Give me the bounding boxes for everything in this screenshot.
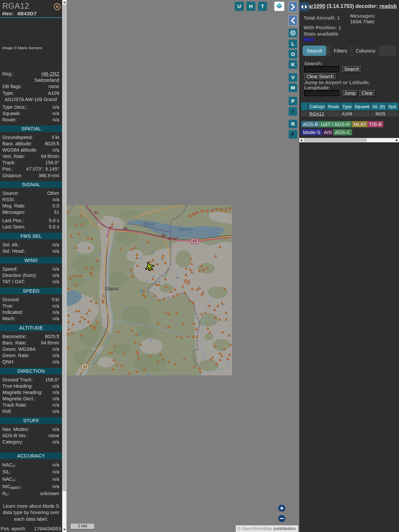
svg-text:17: 17 xyxy=(83,365,87,369)
svg-text:Glarus: Glarus xyxy=(105,286,118,291)
svg-text:Walensee: Walensee xyxy=(178,227,194,231)
svg-text:46: 46 xyxy=(161,233,166,237)
svg-text:43: 43 xyxy=(94,210,98,214)
svg-text:A3: A3 xyxy=(192,239,197,243)
svg-text:44: 44 xyxy=(108,225,113,229)
svg-text:45: 45 xyxy=(123,226,128,230)
svg-text:47: 47 xyxy=(168,236,172,240)
svg-text:47: 47 xyxy=(173,237,177,241)
